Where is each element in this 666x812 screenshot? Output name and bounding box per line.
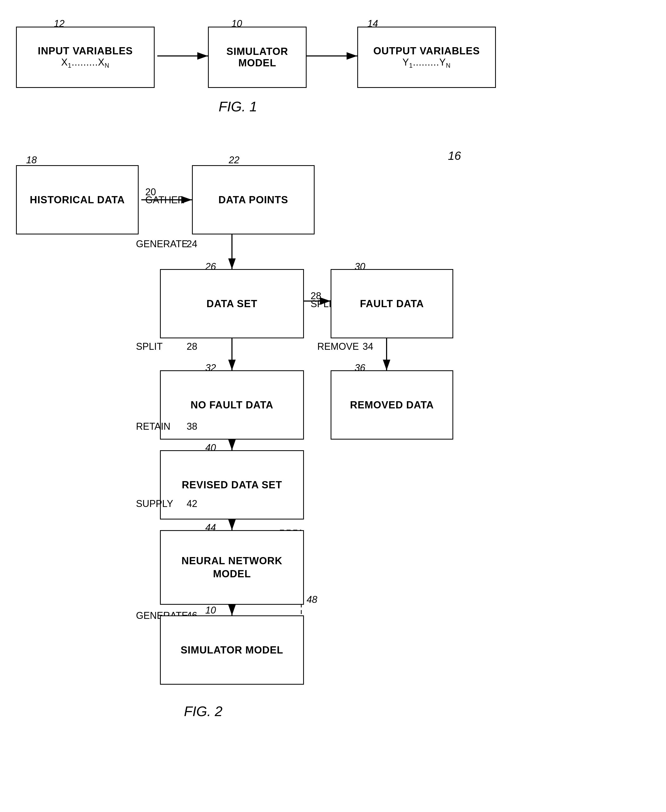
fig1-label: FIG. 1 — [219, 99, 257, 115]
remove-label: REMOVE — [317, 341, 359, 352]
simulator-model-label-fig1: SIMULATOR MODEL — [209, 46, 306, 69]
no-fault-data-box: NO FAULT DATA — [160, 370, 304, 440]
input-variables-label: INPUT VARIABLES — [38, 45, 133, 57]
remove-ref: 34 — [363, 341, 373, 352]
fault-data-label: FAULT DATA — [360, 298, 424, 309]
ref-16: 16 — [448, 149, 461, 163]
input-variables-subscript: X1.........XN — [38, 57, 133, 69]
diagram-container: 12 INPUT VARIABLES X1.........XN 10 SIMU… — [0, 0, 666, 812]
ref-18: 18 — [26, 155, 37, 166]
retain-label: RETAIN — [136, 421, 170, 432]
input-variables-box: INPUT VARIABLES X1.........XN — [16, 26, 155, 88]
ref-48: 48 — [307, 594, 317, 605]
historical-data-box: HISTORICAL DATA — [16, 165, 138, 234]
simulator-model-box-fig1: SIMULATOR MODEL — [208, 26, 307, 88]
supply-label: SUPPLY — [136, 498, 173, 510]
ref-10-fig2: 10 — [205, 605, 216, 616]
output-variables-box: OUTPUT VARIABLES Y1.........YN — [357, 26, 496, 88]
generate1-label: GENERATE — [136, 238, 188, 250]
simulator-model-box-fig2: SIMULATOR MODEL — [160, 615, 304, 685]
data-set-label: DATA SET — [207, 298, 257, 309]
data-points-label: DATA POINTS — [218, 194, 288, 205]
ref-22: 22 — [229, 155, 239, 166]
split2-ref: 28 — [186, 341, 197, 352]
fig2-label: FIG. 2 — [184, 703, 223, 719]
neural-network-box: NEURAL NETWORKMODEL — [160, 530, 304, 605]
split2-label: SPLIT — [136, 341, 163, 352]
data-points-box: DATA POINTS — [192, 165, 315, 234]
output-variables-label: OUTPUT VARIABLES — [373, 45, 480, 57]
output-variables-subscript: Y1.........YN — [373, 57, 480, 69]
removed-data-box: REMOVED DATA — [331, 370, 453, 440]
revised-data-set-label: REVISED DATA SET — [182, 479, 282, 491]
no-fault-data-label: NO FAULT DATA — [191, 399, 274, 411]
fault-data-box: FAULT DATA — [331, 269, 453, 338]
gather-label: GATHER — [145, 194, 185, 205]
retain-ref: 38 — [186, 421, 197, 432]
generate1-ref: 24 — [186, 238, 197, 250]
historical-data-label: HISTORICAL DATA — [30, 194, 125, 205]
removed-data-label: REMOVED DATA — [350, 399, 434, 411]
simulator-model-label-fig2: SIMULATOR MODEL — [180, 644, 283, 656]
revised-data-set-box: REVISED DATA SET — [160, 450, 304, 519]
supply-ref: 42 — [186, 498, 197, 510]
neural-network-label: NEURAL NETWORKMODEL — [181, 554, 283, 581]
data-set-box: DATA SET — [160, 269, 304, 338]
